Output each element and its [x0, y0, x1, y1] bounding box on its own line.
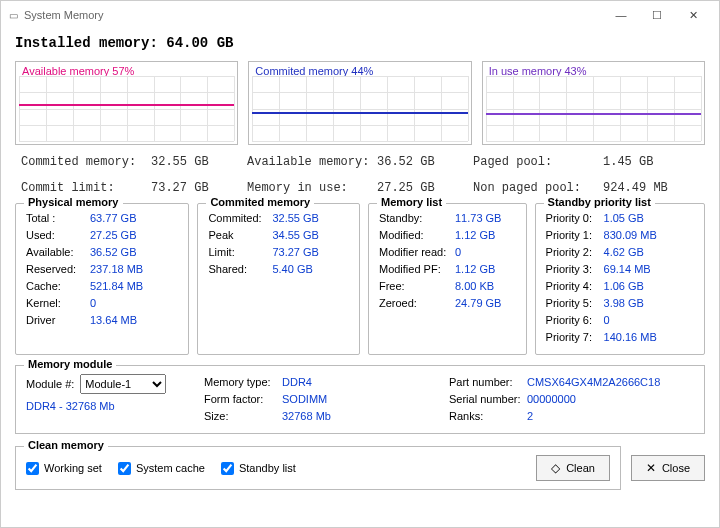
kv-value: 32768 Mb: [282, 408, 331, 425]
titlebar: ▭ System Memory — ☐ ✕: [1, 1, 719, 29]
kv-key: Priority 4:: [546, 278, 604, 295]
close-button[interactable]: ✕ Close: [631, 455, 705, 481]
charts-row: Available memory 57%Commited memory 44%I…: [15, 61, 705, 145]
stats-row-1: Commited memory:32.55 GBAvailable memory…: [15, 145, 705, 171]
kv-key: Reserved:: [26, 261, 90, 278]
kv-row: Memory type:DDR4: [204, 374, 449, 391]
kv-key: Priority 6:: [546, 312, 604, 329]
kv-row: Limit:73.27 GB: [208, 244, 349, 261]
stat-label: Commited memory:: [21, 155, 151, 169]
stat-label: Available memory:: [247, 155, 377, 169]
kv-row: Free:8.00 KB: [379, 278, 516, 295]
stat-value: 1.45 GB: [603, 155, 653, 169]
stats-row-2: Commit limit:73.27 GBMemory in use:27.25…: [15, 171, 705, 197]
installed-label: Installed memory:: [15, 35, 158, 51]
kv-key: Priority 7:: [546, 329, 604, 346]
panel-title: Physical memory: [24, 196, 123, 208]
kv-value: 13.64 MB: [90, 312, 137, 329]
close-icon: ✕: [646, 461, 656, 475]
panel-title: Standby priority list: [544, 196, 655, 208]
kv-key: Shared:: [208, 261, 272, 278]
kv-value: 32.55 GB: [272, 210, 318, 227]
checkbox-input[interactable]: [221, 462, 234, 475]
kv-key: Modified PF:: [379, 261, 455, 278]
kv-key: Peak: [208, 227, 272, 244]
kv-key: Priority 5:: [546, 295, 604, 312]
kv-row: Used:27.25 GB: [26, 227, 178, 244]
kv-row: Commited:32.55 GB: [208, 210, 349, 227]
module-select[interactable]: Module-1: [80, 374, 166, 394]
clean-button[interactable]: ◇ Clean: [536, 455, 610, 481]
stat-cell: Non paged pool:924.49 MB: [473, 181, 699, 195]
kv-key: Cache:: [26, 278, 90, 295]
kv-key: Memory type:: [204, 374, 282, 391]
standby-priority-panel: Standby priority list Priority 0:1.05 GB…: [535, 203, 705, 355]
kv-key: Available:: [26, 244, 90, 261]
installed-value: 64.00 GB: [166, 35, 233, 51]
kv-row: Modified:1.12 GB: [379, 227, 516, 244]
kv-value: 3.98 GB: [604, 295, 644, 312]
clean-checkbox[interactable]: Working set: [26, 462, 102, 475]
kv-row: Zeroed:24.79 GB: [379, 295, 516, 312]
kv-value: 1.05 GB: [604, 210, 644, 227]
kv-row: Priority 0:1.05 GB: [546, 210, 694, 227]
kv-value: 5.40 GB: [272, 261, 312, 278]
kv-value: 24.79 GB: [455, 295, 501, 312]
chart-line: [486, 113, 701, 115]
kv-row: Serial number:00000000: [449, 391, 694, 408]
kv-row: Total :63.77 GB: [26, 210, 178, 227]
kv-row: Priority 6:0: [546, 312, 694, 329]
kv-value: 36.52 GB: [90, 244, 136, 261]
stat-value: 924.49 MB: [603, 181, 668, 195]
close-window-button[interactable]: ✕: [675, 9, 711, 22]
kv-value: CMSX64GX4M2A2666C18: [527, 374, 660, 391]
kv-row: Standby:11.73 GB: [379, 210, 516, 227]
kv-value: 4.62 GB: [604, 244, 644, 261]
kv-key: Serial number:: [449, 391, 527, 408]
kv-key: Form factor:: [204, 391, 282, 408]
kv-row: Priority 2:4.62 GB: [546, 244, 694, 261]
memory-list-panel: Memory list Standby:11.73 GBModified:1.1…: [368, 203, 527, 355]
stat-label: Commit limit:: [21, 181, 151, 195]
stat-cell: Commit limit:73.27 GB: [21, 181, 247, 195]
chart-line: [19, 104, 234, 106]
kv-row: Priority 7:140.16 MB: [546, 329, 694, 346]
kv-row: Peak34.55 GB: [208, 227, 349, 244]
maximize-button[interactable]: ☐: [639, 9, 675, 22]
kv-value: 00000000: [527, 391, 576, 408]
panel-title: Memory module: [24, 358, 116, 370]
minimize-button[interactable]: —: [603, 9, 639, 21]
kv-value: 2: [527, 408, 533, 425]
kv-value: 0: [455, 244, 461, 261]
kv-row: Modifier read:0: [379, 244, 516, 261]
checkbox-label: Standby list: [239, 462, 296, 474]
kv-key: Size:: [204, 408, 282, 425]
physical-memory-panel: Physical memory Total :63.77 GBUsed:27.2…: [15, 203, 189, 355]
kv-key: Priority 2:: [546, 244, 604, 261]
kv-value: 11.73 GB: [455, 210, 501, 227]
stat-value: 73.27 GB: [151, 181, 209, 195]
app-icon: ▭: [9, 10, 18, 21]
kv-value: 73.27 GB: [272, 244, 318, 261]
kv-value: 1.12 GB: [455, 227, 495, 244]
kv-value: 0: [90, 295, 96, 312]
kv-key: Limit:: [208, 244, 272, 261]
stat-cell: Available memory:36.52 GB: [247, 155, 473, 169]
kv-value: SODIMM: [282, 391, 327, 408]
kv-value: 140.16 MB: [604, 329, 657, 346]
close-button-label: Close: [662, 462, 690, 474]
panel-title: Clean memory: [24, 439, 108, 451]
checkbox-input[interactable]: [118, 462, 131, 475]
usage-chart: Commited memory 44%: [248, 61, 471, 145]
clean-checkbox[interactable]: Standby list: [221, 462, 296, 475]
stat-label: Paged pool:: [473, 155, 603, 169]
panel-title: Commited memory: [206, 196, 314, 208]
kv-key: Used:: [26, 227, 90, 244]
kv-row: Available:36.52 GB: [26, 244, 178, 261]
stat-value: 27.25 GB: [377, 181, 435, 195]
checkbox-input[interactable]: [26, 462, 39, 475]
kv-value: 1.12 GB: [455, 261, 495, 278]
clean-checkbox[interactable]: System cache: [118, 462, 205, 475]
kv-key: Modifier read:: [379, 244, 455, 261]
kv-value: 0: [604, 312, 610, 329]
